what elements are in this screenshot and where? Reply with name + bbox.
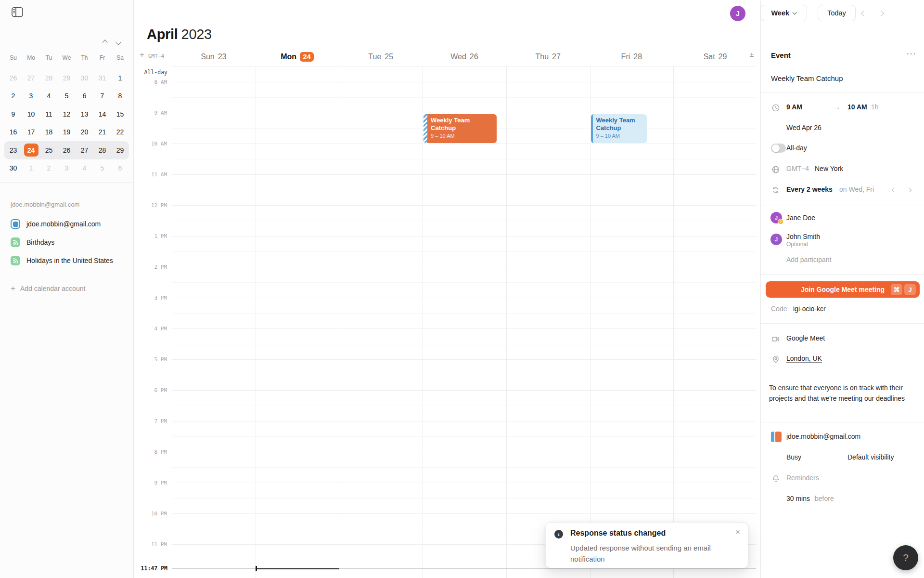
day-header-sun[interactable]: Sun23 (172, 50, 256, 64)
mini-cal-weekday: Sa (111, 51, 129, 65)
event-blue[interactable]: Weekly Team Catchup9 – 10 AM (591, 114, 647, 143)
mini-calendar-day[interactable]: 5 (93, 159, 111, 178)
timezone-city[interactable]: New York (815, 165, 843, 172)
mini-calendar-day[interactable]: 26 (4, 69, 22, 87)
mini-calendar-day[interactable]: 28 (40, 69, 58, 87)
mini-calendar-day[interactable]: 16 (4, 123, 22, 142)
event-date[interactable]: Wed Apr 26 (786, 124, 821, 131)
mini-calendar-day[interactable]: 14 (93, 105, 111, 123)
code-value[interactable]: igi-ocio-kcr (793, 305, 826, 313)
reminders-field[interactable]: Reminders (786, 474, 819, 482)
mini-calendar-day[interactable]: 5 (58, 87, 76, 105)
reminder-value[interactable]: 30 mins (786, 495, 810, 502)
mini-calendar-day[interactable]: 4 (76, 159, 93, 178)
event-description[interactable]: To ensure that everyone is on track with… (769, 383, 916, 404)
next-week-icon[interactable] (873, 6, 888, 20)
mini-calendar-day[interactable]: 1 (22, 159, 40, 178)
recurrence-prev-icon[interactable] (890, 186, 898, 194)
mini-calendar-day[interactable]: 20 (76, 123, 93, 142)
event-title[interactable]: Weekly Team Catchup (771, 74, 843, 82)
mini-calendar-day[interactable]: 26 (58, 141, 76, 159)
checkbox-checked-icon[interactable] (11, 219, 20, 229)
day-header-thu[interactable]: Thu27 (506, 50, 590, 64)
calendar-list-item[interactable]: Holidays in the United States (0, 251, 134, 270)
all-day-toggle[interactable] (771, 144, 786, 153)
help-button[interactable]: ? (893, 545, 918, 570)
mini-calendar-day[interactable]: 2 (4, 87, 22, 105)
start-time[interactable]: 9 AM (786, 103, 802, 111)
mini-calendar-day[interactable]: 27 (22, 69, 40, 87)
quick-add-event-button[interactable]: + (138, 51, 146, 60)
calendar-list-item[interactable]: Birthdays (0, 233, 134, 251)
mini-calendar-today[interactable]: 24 (24, 144, 38, 157)
mini-calendar-day[interactable]: 30 (76, 69, 93, 87)
end-time[interactable]: 10 AM (847, 103, 867, 111)
timezone-gutter-label[interactable]: GMT−4 (148, 53, 164, 59)
mini-calendar-day[interactable]: 19 (58, 123, 76, 142)
day-header-wed[interactable]: Wed26 (423, 50, 506, 64)
calendar-list-item[interactable]: jdoe.mobbin@gmail.com (0, 215, 134, 233)
busy-status[interactable]: Busy (786, 453, 801, 461)
mini-calendar-day[interactable]: 8 (111, 87, 129, 105)
mini-calendar-day[interactable]: 6 (111, 159, 129, 178)
mini-calendar-day[interactable]: 29 (58, 69, 76, 87)
calendar-color-swatch[interactable] (771, 432, 782, 442)
avatar[interactable]: J (730, 6, 745, 21)
today-button[interactable]: Today (818, 5, 856, 21)
mini-calendar-day[interactable]: 31 (93, 69, 111, 87)
mini-calendar-day[interactable]: 22 (111, 123, 129, 142)
event-account[interactable]: jdoe.mobbin@gmail.com (786, 433, 860, 440)
prev-week-icon[interactable] (857, 6, 871, 20)
mini-calendar-day[interactable]: 3 (22, 87, 40, 105)
hour-label: 11 AM (134, 171, 167, 178)
mini-calendar-day[interactable]: 23 (4, 141, 22, 159)
mini-calendar-day[interactable]: 7 (93, 87, 111, 105)
close-icon[interactable]: × (735, 527, 740, 537)
current-time-line-today (256, 568, 339, 569)
pending-response-stripe (424, 114, 427, 143)
location-link[interactable]: London, UK (786, 355, 822, 362)
timezone-offset[interactable]: GMT−4 (786, 165, 809, 172)
mini-calendar-day[interactable]: 21 (93, 123, 111, 142)
recurrence[interactable]: Every 2 weeks (786, 185, 833, 193)
mini-calendar-day[interactable]: 13 (76, 105, 93, 123)
mini-calendar-day[interactable]: 27 (76, 141, 93, 159)
visibility-setting[interactable]: Default visibility (847, 453, 894, 461)
mini-calendar-day[interactable]: 17 (22, 123, 40, 142)
mini-calendar-day[interactable]: 2 (40, 159, 58, 178)
mini-cal-next-icon[interactable] (113, 37, 124, 48)
mini-calendar-day[interactable]: 11 (40, 105, 58, 123)
recurrence-next-icon[interactable] (906, 186, 913, 194)
mini-calendar-day[interactable]: 10 (22, 105, 40, 123)
mini-calendar-day[interactable]: 30 (4, 159, 22, 178)
current-time-label: 11:47 PM (134, 565, 167, 572)
day-header-mon[interactable]: Mon24 (256, 50, 339, 64)
mini-cal-prev-icon[interactable] (99, 37, 111, 48)
mini-calendar-day[interactable]: 18 (40, 123, 58, 142)
day-header-fri[interactable]: Fri28 (590, 50, 674, 64)
join-google-meet-button[interactable]: Join Google Meet meeting ⌘ J (766, 281, 920, 298)
add-participant-field[interactable]: Add participant (786, 256, 831, 263)
day-header-sat[interactable]: Sat29 (673, 50, 757, 64)
conference-label[interactable]: Google Meet (786, 334, 825, 342)
more-options-icon[interactable]: ··· (907, 50, 917, 58)
add-calendar-account-button[interactable]: + Add calendar account (11, 284, 85, 292)
event-orange-striped[interactable]: Weekly Team Catchup9 – 10 AM (424, 114, 497, 143)
mini-calendar-day[interactable]: 9 (4, 105, 22, 123)
view-selector-button[interactable]: Week (760, 5, 807, 21)
mini-calendar-day[interactable]: 29 (111, 141, 129, 159)
mini-calendar-day[interactable]: 15 (111, 105, 129, 123)
day-header-label: Wed (450, 53, 466, 61)
mini-calendar-day[interactable]: 6 (76, 87, 93, 105)
sidebar-toggle-icon[interactable] (11, 6, 24, 18)
mini-calendar-day[interactable]: 4 (40, 87, 58, 105)
mini-calendar-day[interactable]: 1 (111, 69, 129, 87)
mini-calendar-day[interactable]: 25 (40, 141, 58, 159)
mini-calendar-day[interactable]: 3 (58, 159, 76, 178)
rss-icon[interactable] (11, 237, 20, 247)
day-column-line (339, 66, 339, 578)
mini-calendar-day[interactable]: 12 (58, 105, 76, 123)
day-header-tue[interactable]: Tue25 (339, 50, 423, 64)
mini-calendar-day[interactable]: 28 (93, 141, 111, 159)
rss-icon[interactable] (11, 256, 20, 265)
